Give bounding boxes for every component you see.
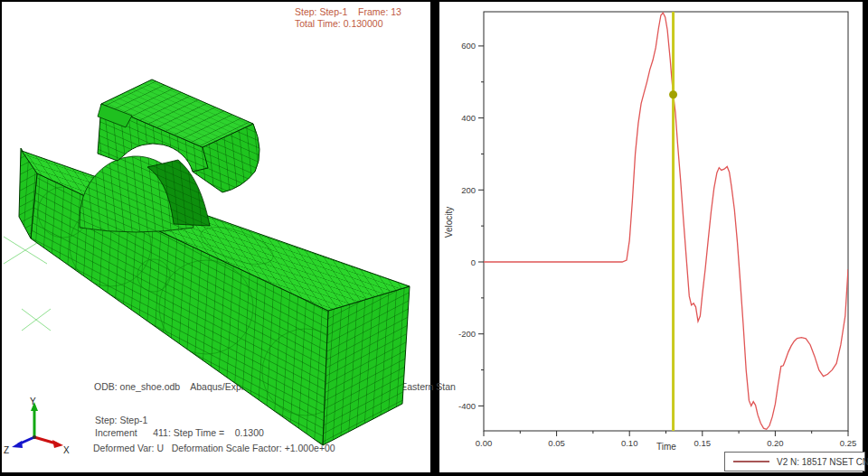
status-increment-text: Increment 411: Step Time = 0.1300 xyxy=(95,427,264,438)
x-tick-label: 0.15 xyxy=(694,438,712,448)
triad-y-label: Y xyxy=(30,397,36,406)
abaqus-canvas: ODB: one_shoe.odb Abaqus/Explicit 2022.H… xyxy=(0,0,868,476)
status-deformed-var-text: Deformed Var: U Deformation Scale Factor… xyxy=(93,443,335,453)
x-tick-label: 0.00 xyxy=(476,438,493,448)
status-step-text: Step: Step-1 xyxy=(95,415,148,425)
triad-z-label: Z xyxy=(4,445,9,455)
state-total-time-text: Total Time: 0.130000 xyxy=(295,18,383,29)
x-tick-label: 0.05 xyxy=(548,438,565,448)
x-axis-label: Time xyxy=(656,442,676,452)
y-tick-label: 200 xyxy=(461,185,476,195)
y-tick-label: 0 xyxy=(471,257,476,267)
state-step-frame-text: Step: Step-1 Frame: 13 xyxy=(295,6,401,17)
triad-x-label: X xyxy=(63,445,70,455)
x-tick-label: 0.10 xyxy=(621,438,638,448)
cursor-marker[interactable] xyxy=(669,90,677,98)
y-tick-label: 400 xyxy=(461,113,476,123)
x-tick-label: 0.20 xyxy=(767,438,784,448)
y-tick-label: 600 xyxy=(461,41,476,51)
legend-label: V2 N: 18517 NSET CN xyxy=(777,457,868,467)
y-axis-label: Velocity xyxy=(444,207,454,238)
abaqus-window: ODB: one_shoe.odb Abaqus/Explicit 2022.H… xyxy=(0,0,868,476)
legend-box: V2 N: 18517 NSET CN xyxy=(725,453,868,471)
y-tick-label: -200 xyxy=(458,329,476,339)
y-tick-label: -400 xyxy=(458,401,476,411)
plot-viewport[interactable] xyxy=(439,2,863,472)
x-tick-label: 0.25 xyxy=(840,438,857,448)
